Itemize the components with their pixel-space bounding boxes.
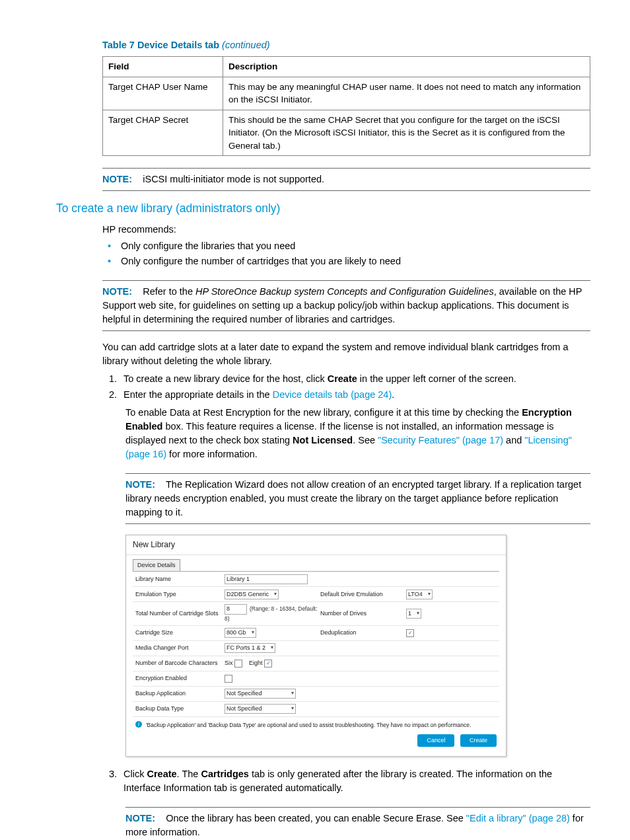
label-cartridge-slots: Total Number of Cartridge Slots — [133, 609, 225, 618]
barcode-eight-checkbox[interactable]: ✓ — [264, 660, 272, 668]
step-text: Click — [123, 769, 147, 779]
note-iscsi: NOTE: iSCSI multi-initiator mode is not … — [102, 168, 590, 191]
step-2: Enter the appropriate details in the Dev… — [120, 388, 590, 402]
label-library-name: Library Name — [133, 575, 225, 584]
backup-application-select[interactable]: Not Specified — [225, 689, 296, 699]
note-secure-erase: NOTE: Once the library has been created,… — [125, 807, 590, 840]
label-cartridge-size: Cartridge Size — [133, 629, 225, 637]
step-text: . See — [353, 435, 378, 445]
note-label: NOTE: — [102, 286, 132, 297]
cancel-button[interactable]: Cancel — [417, 734, 454, 747]
table-row: Target CHAP User Name This may be any me… — [103, 77, 590, 110]
note-text: The Replication Wizard does not allow cr… — [125, 479, 581, 517]
note-text-a: Once the library has been created, you c… — [166, 813, 466, 823]
device-details-link[interactable]: Device details tab (page 24) — [273, 389, 392, 400]
label-backup-application: Backup Application — [133, 689, 225, 698]
new-library-dialog: New Library Device Details Library Name … — [125, 535, 507, 757]
step-1: To create a new library device for the h… — [120, 372, 590, 386]
step-text: . The — [177, 769, 201, 779]
cartridges-label: Cartridges — [201, 769, 249, 779]
step-text: for more information. — [166, 449, 258, 459]
step-text: To enable Data at Rest Encryption for th… — [125, 407, 522, 418]
label-encryption-enabled: Encryption Enabled — [133, 674, 225, 683]
label-backup-data-type: Backup Data Type — [133, 705, 225, 713]
cartridge-size-select[interactable]: 800 Gb — [225, 628, 256, 638]
step-text: in the upper left corner of the screen. — [357, 373, 516, 384]
label-media-changer-port: Media Changer Port — [133, 644, 225, 652]
note-label: NOTE: — [125, 479, 155, 490]
barcode-six-checkbox[interactable] — [234, 660, 242, 668]
label-default-drive-emulation: Default Drive Emulation — [320, 590, 406, 599]
create-label: Create — [328, 373, 357, 384]
create-button[interactable]: Create — [460, 734, 497, 747]
table-caption-continued: (continued) — [222, 40, 270, 50]
cell-desc: This should be the same CHAP Secret that… — [223, 110, 590, 156]
library-name-input[interactable]: Library 1 — [225, 574, 308, 584]
section-heading: To create a new library (administrators … — [56, 200, 590, 217]
th-field: Field — [103, 57, 223, 77]
cell-field: Target CHAP User Name — [103, 77, 223, 110]
label-barcode-chars: Number of Barcode Characters — [133, 659, 225, 668]
note-text-a: Refer to the — [143, 286, 195, 297]
note-label: NOTE: — [125, 813, 155, 823]
backup-data-type-select[interactable]: Not Specified — [225, 704, 296, 714]
step-text: and — [503, 435, 524, 445]
table-row: Target CHAP Secret This should be the sa… — [103, 110, 590, 156]
table-caption: Table 7 Device Details tab (continued) — [102, 38, 590, 52]
note-doc-title: HP StoreOnce Backup system Concepts and … — [195, 286, 494, 297]
label-emulation-type: Emulation Type — [133, 590, 225, 599]
recommendations-list: Only configure the libraries that you ne… — [102, 239, 590, 268]
deduplication-checkbox[interactable]: ✓ — [406, 629, 414, 637]
tab-device-details[interactable]: Device Details — [133, 559, 180, 571]
step-text: . — [392, 389, 394, 400]
table-caption-text: Table 7 Device Details tab — [102, 40, 219, 50]
cartridge-slots-input[interactable]: 8 — [225, 604, 247, 614]
note-replication: NOTE: The Replication Wizard does not al… — [125, 473, 590, 524]
label-deduplication: Deduplication — [320, 629, 406, 637]
step-text: To create a new library device for the h… — [123, 373, 328, 384]
info-message: 'Backup Application' and 'Backup Data Ty… — [133, 717, 499, 730]
th-description: Description — [223, 57, 590, 77]
dialog-title: New Library — [126, 535, 506, 555]
not-licensed-label: Not Licensed — [293, 435, 353, 445]
list-item: Only configure the libraries that you ne… — [121, 239, 590, 253]
default-drive-emulation-select[interactable]: LTO4 — [406, 590, 433, 599]
note-label: NOTE: — [102, 174, 132, 184]
step-2-detail: To enable Data at Rest Encryption for th… — [125, 406, 590, 461]
security-features-link[interactable]: "Security Features" (page 17) — [378, 435, 503, 445]
number-of-drives-select[interactable]: 1 — [406, 609, 421, 619]
barcode-six-label: Six — [225, 660, 233, 666]
label-number-of-drives: Number of Drives — [320, 609, 406, 618]
emulation-type-select[interactable]: D2DBS Generic — [225, 590, 279, 599]
step-3: Click Create. The Cartridges tab is only… — [120, 767, 590, 795]
device-details-table: Field Description Target CHAP User Name … — [102, 56, 590, 156]
list-item: Only configure the number of cartridges … — [121, 254, 590, 268]
step-text: Enter the appropriate details in the — [123, 389, 273, 400]
create-label: Create — [147, 769, 176, 779]
note-text: iSCSI multi-initiator mode is not suppor… — [143, 174, 324, 184]
edit-library-link[interactable]: "Edit a library" (page 28) — [466, 813, 570, 823]
encryption-enabled-checkbox[interactable] — [225, 675, 232, 683]
steps-list: To create a new library device for the h… — [102, 372, 590, 402]
cell-desc: This may be any meaningful CHAP user nam… — [223, 77, 590, 110]
barcode-eight-label: Eight — [249, 660, 263, 666]
note-guidelines: NOTE: Refer to the HP StoreOnce Backup s… — [102, 280, 590, 331]
intro-text: HP recommends: — [102, 223, 590, 237]
expand-paragraph: You can add cartridge slots at a later d… — [102, 340, 590, 368]
steps-list-continued: Click Create. The Cartridges tab is only… — [102, 767, 590, 795]
media-changer-port-select[interactable]: FC Ports 1 & 2 — [225, 643, 275, 653]
cell-field: Target CHAP Secret — [103, 110, 223, 156]
